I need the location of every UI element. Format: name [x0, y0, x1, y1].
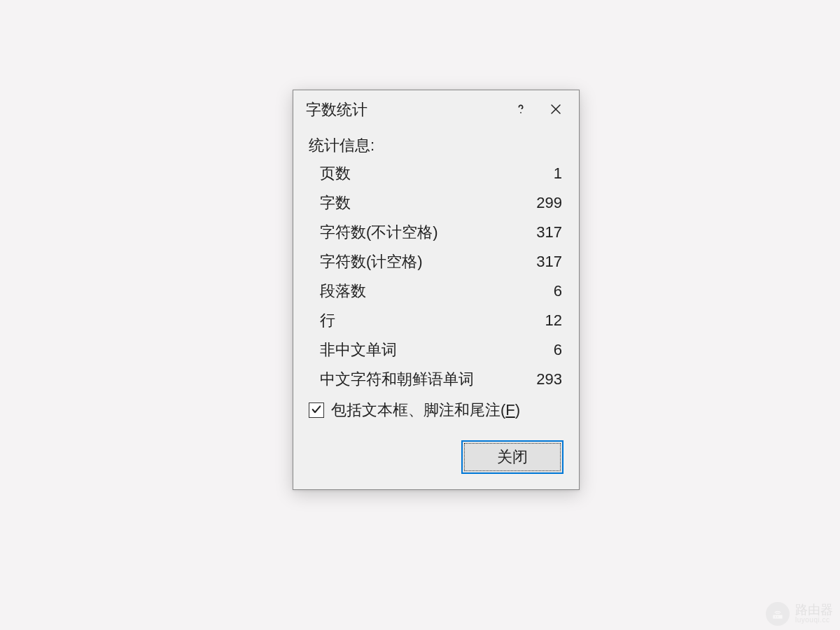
close-window-button[interactable] [538, 90, 573, 130]
stat-value: 317 [536, 225, 562, 240]
stat-value: 6 [554, 284, 562, 299]
section-label: 统计信息: [309, 135, 564, 156]
stat-label: 页数 [320, 166, 351, 181]
stat-label: 行 [320, 313, 335, 328]
dialog-title: 字数统计 [306, 99, 503, 120]
word-count-dialog: 字数统计 统计信息: [293, 90, 580, 490]
include-footnotes-row: 包括文本框、脚注和尾注(F) [309, 400, 564, 421]
close-icon [550, 100, 562, 120]
help-button[interactable] [503, 90, 538, 130]
stat-row-words: 字数 299 [320, 195, 562, 211]
svg-point-3 [775, 616, 776, 617]
stat-row-chars-no-space: 字符数(不计空格) 317 [320, 225, 562, 240]
stat-row-paragraphs: 段落数 6 [320, 284, 562, 299]
titlebar-buttons [503, 90, 573, 130]
dialog-button-row: 关闭 [309, 440, 564, 474]
stat-value: 6 [554, 342, 562, 358]
stat-value: 293 [536, 372, 562, 387]
stat-label: 字符数(计空格) [320, 254, 423, 270]
question-icon [514, 100, 527, 120]
stat-label: 字符数(不计空格) [320, 225, 438, 240]
dialog-titlebar: 字数统计 [293, 90, 579, 130]
stat-row-lines: 行 12 [320, 313, 562, 328]
watermark-text: 路由器 luyouqi.cc [795, 603, 833, 624]
stat-label: 段落数 [320, 284, 366, 299]
svg-point-0 [520, 112, 522, 113]
stat-label: 字数 [320, 195, 351, 211]
watermark-sub: luyouqi.cc [795, 617, 833, 624]
stat-value: 12 [545, 313, 562, 328]
stats-list: 页数 1 字数 299 字符数(不计空格) 317 字符数(计空格) 317 段… [309, 166, 564, 387]
include-footnotes-label[interactable]: 包括文本框、脚注和尾注(F) [331, 400, 520, 421]
watermark: 路由器 luyouqi.cc [766, 602, 833, 626]
watermark-main: 路由器 [795, 603, 833, 617]
close-button[interactable]: 关闭 [461, 440, 564, 474]
router-icon [766, 602, 790, 626]
stat-row-non-chinese-words: 非中文单词 6 [320, 342, 562, 358]
stat-row-pages: 页数 1 [320, 166, 562, 181]
stat-label: 中文字符和朝鲜语单词 [320, 372, 474, 387]
include-footnotes-checkbox[interactable] [309, 402, 324, 418]
checkmark-icon [311, 401, 322, 419]
svg-point-4 [777, 616, 778, 617]
stat-row-chars-with-space: 字符数(计空格) 317 [320, 254, 562, 270]
dialog-body: 统计信息: 页数 1 字数 299 字符数(不计空格) 317 字符数(计空格)… [293, 130, 579, 489]
stat-label: 非中文单词 [320, 342, 397, 358]
stat-row-chinese-korean-words: 中文字符和朝鲜语单词 293 [320, 372, 562, 387]
stat-value: 1 [554, 166, 562, 181]
stat-value: 299 [536, 195, 562, 211]
stat-value: 317 [536, 254, 562, 270]
